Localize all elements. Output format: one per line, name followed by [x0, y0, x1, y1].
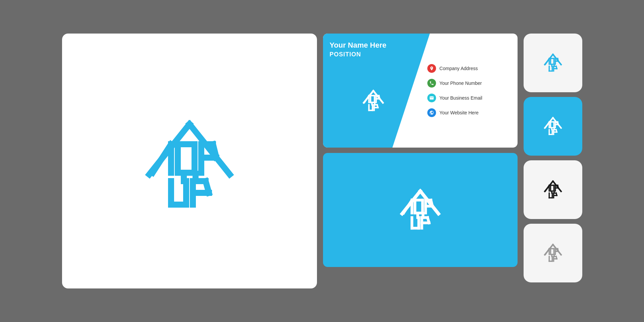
card-logo-svg [357, 82, 390, 120]
thumb-2-blue-white [524, 97, 582, 156]
address-row: Company Address [427, 64, 511, 73]
main-container: Your Name Here POSITION [53, 24, 592, 298]
biz-card-right: Company Address Your Phone Number Your B… [424, 34, 517, 148]
thumb1-logo [539, 47, 567, 79]
website-icon [427, 108, 436, 117]
card-back-logo [388, 175, 452, 245]
phone-row: Your Phone Number [427, 79, 511, 88]
card-name: Your Name Here [330, 41, 418, 50]
logo-large [119, 91, 260, 231]
card-position: POSITION [330, 51, 418, 58]
biz-card-left: Your Name Here POSITION [323, 34, 424, 148]
business-card-front: Your Name Here POSITION [323, 34, 518, 148]
email-row: Your Business Email [427, 94, 511, 102]
logo-card-large [62, 34, 317, 288]
address-text: Company Address [439, 66, 478, 71]
thumb2-logo [539, 110, 567, 142]
thumb-1-white-blue [524, 34, 582, 92]
biz-card-content: Your Name Here POSITION [323, 34, 518, 148]
location-icon [427, 64, 436, 73]
business-card-back [323, 153, 518, 267]
thumb-3-white-black [524, 160, 582, 219]
website-text: Your Website Here [439, 110, 479, 115]
card-logo-area [330, 68, 418, 140]
thumb3-logo [539, 174, 567, 206]
cards-column: Your Name Here POSITION [323, 34, 518, 267]
phone-text: Your Phone Number [439, 80, 482, 86]
thumbnails-column [524, 34, 582, 282]
email-icon [427, 94, 436, 102]
phone-icon [427, 79, 436, 88]
email-text: Your Business Email [439, 95, 482, 101]
thumb4-logo [539, 237, 567, 269]
thumb-4-white-gray [524, 224, 582, 282]
website-row: Your Website Here [427, 108, 511, 117]
